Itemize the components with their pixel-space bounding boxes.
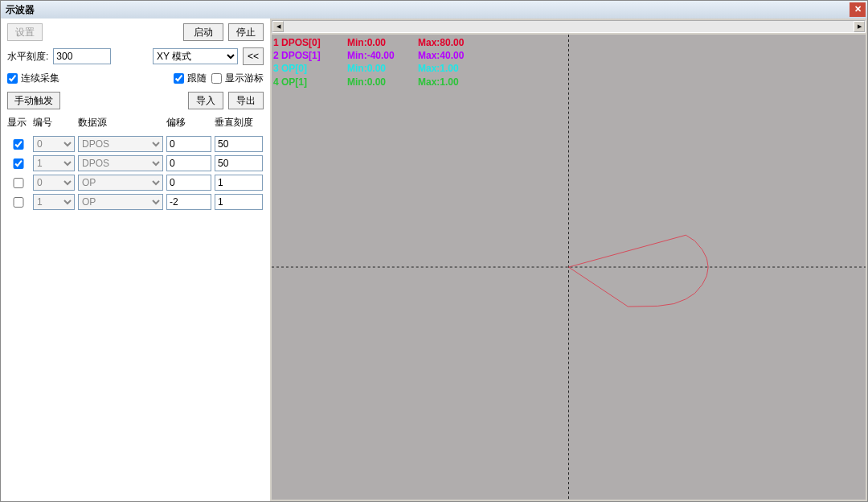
channel-offset-input[interactable] [166,194,211,210]
channel-id-select[interactable]: 1 [33,194,75,210]
overlay-min: Min:0.00 [347,76,408,88]
overlay-max: Max:1.00 [418,76,479,88]
channel-source-select[interactable]: OP [78,175,163,191]
plot-svg [272,35,866,500]
row-hscale: 水平刻度: XY 模式 << [7,47,264,65]
channel-source-select[interactable]: OP [78,194,163,210]
channel-enable-checkbox[interactable] [7,197,30,208]
sidebar: 设置 启动 停止 水平刻度: XY 模式 << [1,19,270,501]
horizontal-scrollbar[interactable]: ◀ ▶ [272,20,866,33]
th-offset: 偏移 [166,116,211,130]
overlay-max: Max:1.00 [418,62,479,75]
overlay-idx: 3 OP[0] [273,62,338,75]
overlay-max: Max:80.00 [418,36,479,49]
start-button[interactable]: 启动 [183,23,223,41]
channel-row: 0DPOS [7,136,264,152]
body: 设置 启动 停止 水平刻度: XY 模式 << [1,19,867,501]
horizontal-scale-input[interactable] [53,48,111,64]
scroll-track[interactable] [284,21,854,32]
scroll-left-icon[interactable]: ◀ [272,21,284,32]
continuous-capture-checkbox[interactable]: 连续采集 [7,72,59,85]
overlay-idx: 1 DPOS[0] [273,36,338,49]
show-cursor-checkbox[interactable]: 显示游标 [211,72,264,85]
canvas-area: ◀ ▶ 1 DPOS[0]Min:0.00Max:80.002 DPOS[1]M… [270,19,867,501]
channel-rows: 0DPOS1DPOS0OP1OP [7,136,264,213]
overlay-line: 2 DPOS[1]Min:-40.00Max:40.00 [273,49,479,62]
channel-id-select[interactable]: 1 [33,155,75,171]
overlay-max: Max:40.00 [418,49,479,62]
channel-vscale-input[interactable] [215,194,263,210]
import-button[interactable]: 导入 [188,92,223,109]
window-title: 示波器 [6,3,35,17]
row-top-buttons: 设置 启动 停止 [7,23,264,41]
overlay-min: Min:0.00 [347,36,408,49]
continuous-capture-input[interactable] [7,73,18,84]
channel-row: 0OP [7,175,264,191]
plot: 1 DPOS[0]Min:0.00Max:80.002 DPOS[1]Min:-… [272,35,866,500]
channel-source-select[interactable]: DPOS [78,136,163,152]
channel-enable-checkbox[interactable] [7,178,30,188]
horizontal-scale-label: 水平刻度: [7,50,48,64]
th-source: 数据源 [78,116,163,130]
trace-path [569,235,709,307]
collapse-button[interactable]: << [243,47,264,65]
overlay-line: 3 OP[0]Min:0.00Max:1.00 [273,62,479,75]
follow-input[interactable] [174,73,184,84]
stop-button[interactable]: 停止 [228,23,264,41]
channel-id-select[interactable]: 0 [33,136,75,152]
row-checkboxes: 连续采集 跟随 显示游标 [7,72,264,85]
channel-vscale-input[interactable] [215,155,263,171]
overlay-line: 4 OP[1]Min:0.00Max:1.00 [273,76,479,88]
manual-trigger-button[interactable]: 手动触发 [7,92,60,109]
row-trigger-io: 手动触发 导入 导出 [7,92,264,109]
overlay-idx: 2 DPOS[1] [273,49,338,62]
channel-enable-checkbox[interactable] [7,139,30,150]
channel-offset-input[interactable] [166,175,211,191]
mode-select[interactable]: XY 模式 [153,48,238,64]
th-show: 显示 [7,116,30,130]
th-vscale: 垂直刻度 [215,116,263,130]
window: 示波器 ✕ 设置 启动 停止 水平刻度: XY 模式 [0,0,868,502]
channel-row: 1OP [7,194,264,210]
close-icon[interactable]: ✕ [850,2,866,17]
overlay-legend: 1 DPOS[0]Min:0.00Max:80.002 DPOS[1]Min:-… [273,36,479,88]
titlebar: 示波器 ✕ [1,1,867,19]
channel-enable-checkbox[interactable] [7,158,30,169]
channel-table-head: 显示 编号 数据源 偏移 垂直刻度 [7,116,264,130]
show-cursor-input[interactable] [211,73,222,84]
export-button[interactable]: 导出 [228,92,264,109]
channel-vscale-input[interactable] [215,175,263,191]
overlay-min: Min:-40.00 [347,49,408,62]
channel-offset-input[interactable] [166,155,211,171]
overlay-idx: 4 OP[1] [273,76,338,88]
scroll-right-icon[interactable]: ▶ [854,21,865,32]
channel-row: 1DPOS [7,155,264,171]
channel-id-select[interactable]: 0 [33,175,75,191]
overlay-line: 1 DPOS[0]Min:0.00Max:80.00 [273,36,479,49]
channel-offset-input[interactable] [166,136,211,152]
follow-checkbox[interactable]: 跟随 [174,72,207,85]
th-id: 编号 [33,116,75,130]
overlay-min: Min:0.00 [347,62,408,75]
channel-source-select[interactable]: DPOS [78,155,163,171]
settings-button[interactable]: 设置 [7,23,43,41]
channel-vscale-input[interactable] [215,136,263,152]
